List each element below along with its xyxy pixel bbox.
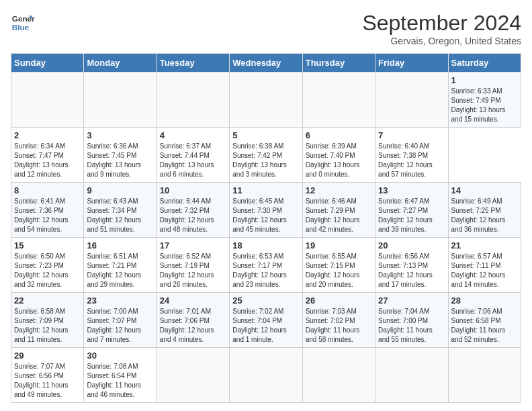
day-number: 28 bbox=[451, 295, 518, 306]
empty-cell bbox=[302, 73, 375, 128]
month-title: September 2024 bbox=[362, 11, 521, 36]
day-number: 26 bbox=[306, 295, 372, 306]
header-cell-thursday: Thursday bbox=[302, 54, 375, 73]
day-cell: 2Sunrise: 6:34 AM Sunset: 7:47 PM Daylig… bbox=[11, 128, 84, 183]
day-cell: 25Sunrise: 7:02 AM Sunset: 7:04 PM Dayli… bbox=[230, 293, 302, 348]
day-cell bbox=[230, 348, 302, 403]
day-number: 23 bbox=[87, 295, 153, 306]
location-title: Gervais, Oregon, United States bbox=[362, 36, 521, 46]
day-cell: 24Sunrise: 7:01 AM Sunset: 7:06 PM Dayli… bbox=[157, 293, 229, 348]
day-number: 15 bbox=[14, 240, 81, 250]
day-number: 22 bbox=[14, 295, 81, 306]
day-number: 29 bbox=[14, 351, 81, 361]
day-cell: 6Sunrise: 6:39 AM Sunset: 7:40 PM Daylig… bbox=[302, 128, 375, 183]
page-header: General Blue September 2024 Gervais, Ore… bbox=[11, 11, 521, 46]
day-cell bbox=[302, 348, 375, 403]
day-number: 11 bbox=[232, 185, 299, 195]
day-number: 19 bbox=[306, 240, 372, 250]
day-info: Sunrise: 6:36 AM Sunset: 7:45 PM Dayligh… bbox=[87, 142, 153, 179]
day-number: 9 bbox=[87, 185, 153, 195]
week-row-2: 2Sunrise: 6:34 AM Sunset: 7:47 PM Daylig… bbox=[11, 128, 521, 183]
day-info: Sunrise: 6:44 AM Sunset: 7:32 PM Dayligh… bbox=[160, 197, 226, 234]
empty-cell bbox=[84, 73, 157, 128]
day-info: Sunrise: 7:04 AM Sunset: 7:00 PM Dayligh… bbox=[378, 307, 445, 345]
day-cell: 27Sunrise: 7:04 AM Sunset: 7:00 PM Dayli… bbox=[375, 293, 448, 348]
week-row-3: 8Sunrise: 6:41 AM Sunset: 7:36 PM Daylig… bbox=[11, 183, 521, 238]
day-info: Sunrise: 6:33 AM Sunset: 7:49 PM Dayligh… bbox=[451, 87, 518, 124]
day-info: Sunrise: 6:52 AM Sunset: 7:19 PM Dayligh… bbox=[160, 252, 226, 289]
day-number: 2 bbox=[14, 130, 81, 140]
day-cell: 14Sunrise: 6:49 AM Sunset: 7:25 PM Dayli… bbox=[448, 183, 521, 238]
day-cell: 1Sunrise: 6:33 AM Sunset: 7:49 PM Daylig… bbox=[448, 73, 521, 128]
day-number: 13 bbox=[378, 185, 445, 195]
svg-text:Blue: Blue bbox=[12, 23, 30, 32]
day-info: Sunrise: 7:00 AM Sunset: 7:07 PM Dayligh… bbox=[87, 307, 153, 345]
empty-cell bbox=[375, 73, 448, 128]
day-number: 10 bbox=[160, 185, 226, 195]
logo: General Blue bbox=[11, 11, 35, 35]
day-info: Sunrise: 6:57 AM Sunset: 7:11 PM Dayligh… bbox=[451, 252, 518, 289]
day-info: Sunrise: 6:37 AM Sunset: 7:44 PM Dayligh… bbox=[160, 142, 226, 179]
week-row-6: 29Sunrise: 7:07 AM Sunset: 6:56 PM Dayli… bbox=[11, 348, 521, 403]
day-number: 21 bbox=[451, 240, 518, 250]
header-cell-wednesday: Wednesday bbox=[230, 54, 302, 73]
day-info: Sunrise: 7:07 AM Sunset: 6:56 PM Dayligh… bbox=[14, 362, 81, 400]
day-info: Sunrise: 7:01 AM Sunset: 7:06 PM Dayligh… bbox=[160, 307, 226, 345]
calendar-table: SundayMondayTuesdayWednesdayThursdayFrid… bbox=[11, 53, 521, 403]
day-info: Sunrise: 6:38 AM Sunset: 7:42 PM Dayligh… bbox=[232, 142, 299, 179]
day-info: Sunrise: 6:58 AM Sunset: 7:09 PM Dayligh… bbox=[14, 307, 81, 345]
day-info: Sunrise: 6:47 AM Sunset: 7:27 PM Dayligh… bbox=[378, 197, 445, 234]
header-cell-monday: Monday bbox=[84, 54, 157, 73]
day-cell: 17Sunrise: 6:52 AM Sunset: 7:19 PM Dayli… bbox=[157, 238, 229, 293]
day-info: Sunrise: 6:56 AM Sunset: 7:13 PM Dayligh… bbox=[378, 252, 445, 289]
day-number: 1 bbox=[451, 75, 518, 85]
day-cell: 4Sunrise: 6:37 AM Sunset: 7:44 PM Daylig… bbox=[157, 128, 229, 183]
day-cell: 5Sunrise: 6:38 AM Sunset: 7:42 PM Daylig… bbox=[230, 128, 302, 183]
day-number: 6 bbox=[306, 130, 372, 140]
calendar-body: 1Sunrise: 6:33 AM Sunset: 7:49 PM Daylig… bbox=[11, 73, 521, 403]
empty-cell bbox=[157, 73, 229, 128]
day-info: Sunrise: 7:08 AM Sunset: 6:54 PM Dayligh… bbox=[87, 362, 153, 400]
week-row-1: 1Sunrise: 6:33 AM Sunset: 7:49 PM Daylig… bbox=[11, 73, 521, 128]
day-cell: 30Sunrise: 7:08 AM Sunset: 6:54 PM Dayli… bbox=[84, 348, 157, 403]
day-cell: 19Sunrise: 6:55 AM Sunset: 7:15 PM Dayli… bbox=[302, 238, 375, 293]
day-cell bbox=[448, 348, 521, 403]
day-cell: 23Sunrise: 7:00 AM Sunset: 7:07 PM Dayli… bbox=[84, 293, 157, 348]
day-number: 18 bbox=[232, 240, 299, 250]
day-number: 20 bbox=[378, 240, 445, 250]
day-info: Sunrise: 6:40 AM Sunset: 7:38 PM Dayligh… bbox=[378, 142, 445, 179]
day-number: 30 bbox=[87, 351, 153, 361]
title-section: September 2024 Gervais, Oregon, United S… bbox=[362, 11, 521, 46]
day-info: Sunrise: 6:51 AM Sunset: 7:21 PM Dayligh… bbox=[87, 252, 153, 289]
day-info: Sunrise: 6:55 AM Sunset: 7:15 PM Dayligh… bbox=[306, 252, 372, 289]
empty-cell bbox=[11, 73, 84, 128]
day-number: 24 bbox=[160, 295, 226, 306]
day-number: 17 bbox=[160, 240, 226, 250]
day-cell: 29Sunrise: 7:07 AM Sunset: 6:56 PM Dayli… bbox=[11, 348, 84, 403]
day-number: 7 bbox=[378, 130, 445, 140]
day-info: Sunrise: 7:02 AM Sunset: 7:04 PM Dayligh… bbox=[232, 307, 299, 345]
day-cell: 9Sunrise: 6:43 AM Sunset: 7:34 PM Daylig… bbox=[84, 183, 157, 238]
day-number: 16 bbox=[87, 240, 153, 250]
day-number: 27 bbox=[378, 295, 445, 306]
day-cell: 28Sunrise: 7:06 AM Sunset: 6:58 PM Dayli… bbox=[448, 293, 521, 348]
day-cell: 21Sunrise: 6:57 AM Sunset: 7:11 PM Dayli… bbox=[448, 238, 521, 293]
day-number: 12 bbox=[306, 185, 372, 195]
day-cell: 20Sunrise: 6:56 AM Sunset: 7:13 PM Dayli… bbox=[375, 238, 448, 293]
day-info: Sunrise: 6:41 AM Sunset: 7:36 PM Dayligh… bbox=[14, 197, 81, 234]
calendar-header-row: SundayMondayTuesdayWednesdayThursdayFrid… bbox=[11, 54, 521, 73]
day-cell bbox=[157, 348, 229, 403]
day-number: 4 bbox=[160, 130, 226, 140]
day-cell: 26Sunrise: 7:03 AM Sunset: 7:02 PM Dayli… bbox=[302, 293, 375, 348]
week-row-4: 15Sunrise: 6:50 AM Sunset: 7:23 PM Dayli… bbox=[11, 238, 521, 293]
day-number: 25 bbox=[232, 295, 299, 306]
empty-cell bbox=[230, 73, 302, 128]
svg-text:General: General bbox=[12, 14, 35, 23]
day-cell: 13Sunrise: 6:47 AM Sunset: 7:27 PM Dayli… bbox=[375, 183, 448, 238]
day-info: Sunrise: 6:46 AM Sunset: 7:29 PM Dayligh… bbox=[306, 197, 372, 234]
day-cell: 18Sunrise: 6:53 AM Sunset: 7:17 PM Dayli… bbox=[230, 238, 302, 293]
header-cell-tuesday: Tuesday bbox=[157, 54, 229, 73]
day-number: 14 bbox=[451, 185, 518, 195]
day-number: 5 bbox=[232, 130, 299, 140]
day-info: Sunrise: 7:06 AM Sunset: 6:58 PM Dayligh… bbox=[451, 307, 518, 345]
